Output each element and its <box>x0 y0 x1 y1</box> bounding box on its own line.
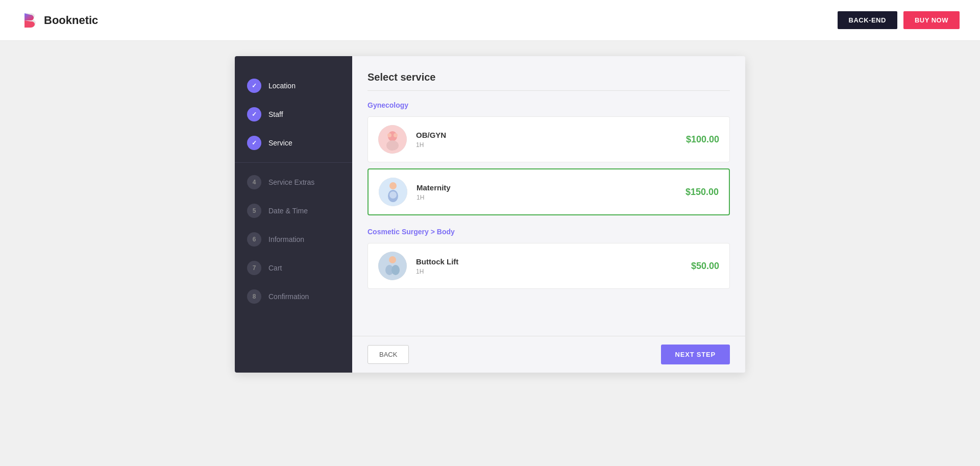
category-label-gynecology: Gynecology <box>368 101 730 109</box>
step-num-datetime: 5 <box>253 207 256 214</box>
sidebar-item-datetime[interactable]: 5 Date & Time <box>235 197 352 225</box>
service-name-buttock-lift: Buttock Lift <box>416 257 691 266</box>
service-card-obgyn[interactable]: OB/GYN 1H $100.00 <box>368 116 730 162</box>
service-img-maternity <box>379 178 407 206</box>
booking-container: ✓ Location ✓ Staff ✓ Service <box>235 56 745 373</box>
category-label-cosmetic: Cosmetic Surgery > Body <box>368 228 730 236</box>
service-name-maternity: Maternity <box>416 183 685 192</box>
logo: Booknetic <box>20 11 98 30</box>
svg-point-12 <box>391 265 400 275</box>
main-panel: Select service Gynecology <box>352 56 745 373</box>
service-duration-buttock-lift: 1H <box>416 268 691 275</box>
svg-point-9 <box>378 252 407 280</box>
step-label-service-extras: Service Extras <box>268 178 314 186</box>
main-wrapper: ✓ Location ✓ Staff ✓ Service <box>0 41 980 466</box>
service-price-obgyn: $100.00 <box>686 134 719 145</box>
backend-button[interactable]: BACK-END <box>838 11 897 29</box>
step-label-information: Information <box>268 235 304 243</box>
sidebar-item-confirmation[interactable]: 8 Confirmation <box>235 282 352 311</box>
logo-icon <box>20 11 39 30</box>
step-icon-service: ✓ <box>252 139 257 146</box>
category-gynecology: Gynecology <box>368 101 730 215</box>
step-label-service: Service <box>268 139 292 147</box>
step-circle-location: ✓ <box>247 79 261 93</box>
service-card-maternity[interactable]: Maternity 1H $150.00 <box>368 168 730 215</box>
svg-point-8 <box>389 191 397 199</box>
logo-text: Booknetic <box>44 14 98 27</box>
sidebar-item-staff[interactable]: ✓ Staff <box>235 100 352 129</box>
service-name-obgyn: OB/GYN <box>416 131 686 139</box>
step-label-datetime: Date & Time <box>268 207 308 215</box>
back-button[interactable]: BACK <box>368 345 409 364</box>
step-icon-staff: ✓ <box>252 111 257 118</box>
step-num-information: 6 <box>253 236 256 243</box>
step-num-service-extras: 4 <box>253 179 256 186</box>
step-circle-information: 6 <box>247 232 261 247</box>
svg-point-10 <box>389 256 396 263</box>
buynow-button[interactable]: BUY NOW <box>903 11 960 29</box>
step-circle-service: ✓ <box>247 136 261 150</box>
step-circle-cart: 7 <box>247 261 261 275</box>
category-cosmetic-surgery: Cosmetic Surgery > Body Bu <box>368 228 730 289</box>
sidebar-item-information[interactable]: 6 Information <box>235 225 352 254</box>
service-card-buttock-lift[interactable]: Buttock Lift 1H $50.00 <box>368 243 730 289</box>
step-circle-service-extras: 4 <box>247 175 261 189</box>
service-price-maternity: $150.00 <box>685 187 719 198</box>
step-label-cart: Cart <box>268 264 282 272</box>
service-img-buttock-lift <box>378 252 407 280</box>
next-step-button[interactable]: NEXT STEP <box>661 345 730 364</box>
header-buttons: BACK-END BUY NOW <box>838 11 960 29</box>
service-duration-obgyn: 1H <box>416 141 686 149</box>
service-img-obgyn <box>378 125 407 154</box>
sidebar-item-service-extras[interactable]: 4 Service Extras <box>235 168 352 197</box>
panel-title: Select service <box>368 71 730 91</box>
step-num-confirmation: 8 <box>253 293 256 300</box>
svg-point-4 <box>394 133 398 137</box>
sidebar: ✓ Location ✓ Staff ✓ Service <box>235 56 352 373</box>
step-label-confirmation: Confirmation <box>268 292 309 301</box>
sidebar-divider <box>235 162 352 163</box>
service-duration-maternity: 1H <box>416 194 685 201</box>
svg-point-3 <box>387 133 391 137</box>
sidebar-item-cart[interactable]: 7 Cart <box>235 254 352 282</box>
step-num-cart: 7 <box>253 264 256 272</box>
sidebar-item-location[interactable]: ✓ Location <box>235 71 352 100</box>
service-price-buttock-lift: $50.00 <box>691 261 719 272</box>
service-info-obgyn: OB/GYN 1H <box>416 131 686 149</box>
service-info-maternity: Maternity 1H <box>416 183 685 201</box>
step-circle-datetime: 5 <box>247 204 261 218</box>
svg-point-6 <box>389 182 397 189</box>
step-circle-confirmation: 8 <box>247 289 261 304</box>
svg-point-2 <box>386 140 399 151</box>
panel-content: Select service Gynecology <box>352 56 745 336</box>
step-icon-location: ✓ <box>252 82 257 89</box>
service-info-buttock-lift: Buttock Lift 1H <box>416 257 691 275</box>
step-label-location: Location <box>268 82 296 90</box>
sidebar-item-service[interactable]: ✓ Service <box>235 129 352 157</box>
step-label-staff: Staff <box>268 110 283 118</box>
header: Booknetic BACK-END BUY NOW <box>0 0 980 41</box>
step-circle-staff: ✓ <box>247 107 261 121</box>
panel-footer: BACK NEXT STEP <box>352 336 745 373</box>
